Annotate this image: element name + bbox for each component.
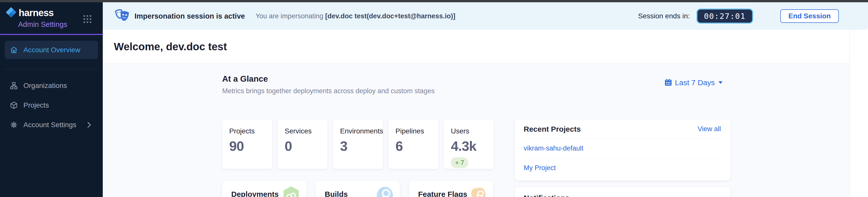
chevron-right-icon	[87, 122, 91, 128]
end-session-button[interactable]: End Session	[780, 9, 839, 23]
stat-card-pipelines: Pipelines 6	[389, 120, 438, 169]
users-delta-badge: + 7	[451, 157, 468, 168]
sidebar-item-projects[interactable]: Projects	[5, 95, 98, 115]
sidebar-item-label: Projects	[24, 101, 49, 109]
caret-down-icon	[718, 80, 723, 85]
sidebar-item-account-settings[interactable]: Account Settings	[5, 115, 98, 135]
notifications-panel: Notifications	[515, 187, 730, 197]
calendar-icon	[664, 78, 672, 87]
metrics-column: Projects 90 Services 0 Environments 3	[222, 120, 494, 197]
sidebar-item-label: Account Overview	[24, 46, 80, 54]
window-top-strip	[0, 0, 868, 2]
session-ends-label: Session ends in:	[638, 12, 690, 20]
module-label: Deployments	[231, 190, 279, 197]
feature-flags-icon	[470, 186, 487, 197]
dashboard-columns: Projects 90 Services 0 Environments 3	[222, 120, 730, 197]
stat-value: 3	[340, 138, 378, 154]
page-body: At a Glance Metrics brings together depl…	[103, 64, 849, 197]
harness-logo-icon	[5, 6, 17, 19]
project-link-vikram-sahu-default[interactable]: vikram-sahu-default	[524, 145, 583, 152]
stat-card-environments: Environments 3	[333, 120, 383, 169]
date-range-selector[interactable]: Last 7 Days	[664, 78, 723, 87]
section-subtitle: Metrics brings together deployments acro…	[222, 87, 434, 95]
stat-value: 4.3k	[451, 138, 489, 154]
scrollbar-gutter[interactable]	[849, 30, 868, 197]
session-timer: 00:27:01	[696, 8, 753, 24]
sidebar-item-label: Account Settings	[24, 121, 76, 129]
stat-value: 6	[396, 138, 433, 154]
logo-wordmark: harness	[19, 7, 54, 18]
module-card-builds[interactable]: Builds	[316, 181, 400, 197]
panel-title: Notifications	[524, 194, 569, 197]
module-grid-icon[interactable]	[83, 14, 92, 25]
home-icon	[10, 46, 18, 54]
dashboard: At a Glance Metrics brings together depl…	[222, 74, 730, 197]
impersonation-banner: Impersonation session is active You are …	[103, 2, 868, 30]
panel-title: Recent Projects	[524, 125, 581, 133]
builds-icon	[376, 186, 394, 197]
theater-masks-icon	[114, 8, 131, 24]
sidebar-header: harness Admin Settings	[0, 2, 103, 35]
impersonating-prefix: You are impersonating	[255, 12, 323, 20]
sidebar-item-account-overview[interactable]: Account Overview	[5, 41, 98, 59]
recent-projects-header: Recent Projects View all	[524, 120, 721, 139]
module-card-feature-flags[interactable]: Feature Flags	[409, 181, 493, 197]
banner-title: Impersonation session is active	[134, 12, 245, 21]
list-item: vikram-sahu-default	[524, 139, 721, 158]
banner-impersonating-text: You are impersonating [dev.doc test(dev.…	[255, 12, 455, 20]
stat-card-services: Services 0	[278, 120, 328, 169]
at-a-glance-titles: At a Glance Metrics brings together depl…	[222, 74, 434, 95]
stat-label: Users	[451, 127, 489, 135]
welcome-header: Welcome, dev.doc test	[103, 30, 849, 64]
list-item: My Project	[524, 158, 721, 178]
org-chart-icon	[10, 82, 18, 90]
sidebar-nav-list: Organizations Projects	[5, 76, 98, 135]
stat-label: Pipelines	[396, 127, 433, 135]
sidebar-item-label: Organizations	[24, 82, 67, 90]
sidebar: harness Admin Settings	[0, 2, 103, 197]
view-all-link[interactable]: View all	[698, 125, 721, 133]
stat-cards-row: Projects 90 Services 0 Environments 3	[222, 120, 494, 169]
page-title: Welcome, dev.doc test	[114, 41, 227, 53]
cube-icon	[10, 101, 18, 109]
stat-label: Environments	[340, 127, 378, 135]
deployments-icon	[282, 186, 300, 197]
module-cards-row: Deployments	[222, 181, 494, 197]
sidebar-nav: Account Overview Organizations	[0, 35, 103, 135]
project-link-my-project[interactable]: My Project	[524, 164, 556, 172]
module-label: Builds	[325, 190, 348, 197]
at-a-glance-header: At a Glance Metrics brings together depl…	[222, 74, 730, 95]
stat-value: 90	[229, 138, 267, 154]
impersonating-target: [dev.doc test(dev.doc+test@harness.io)]	[325, 12, 456, 20]
stat-label: Projects	[229, 127, 267, 135]
side-panels-column: Recent Projects View all vikram-sahu-def…	[515, 120, 730, 197]
stat-card-users: Users 4.3k + 7	[444, 120, 494, 169]
stat-card-projects: Projects 90	[222, 120, 272, 169]
stat-value: 0	[285, 138, 322, 154]
sidebar-item-organizations[interactable]: Organizations	[5, 76, 98, 95]
recent-projects-panel: Recent Projects View all vikram-sahu-def…	[515, 120, 730, 181]
section-title: At a Glance	[222, 74, 434, 84]
date-range-label: Last 7 Days	[675, 78, 715, 87]
module-card-deployments[interactable]: Deployments	[222, 181, 306, 197]
gear-icon	[10, 121, 18, 129]
stat-label: Services	[285, 127, 322, 135]
app-window: harness Admin Settings	[0, 0, 868, 197]
module-label: Feature Flags	[418, 190, 467, 197]
banner-session-controls: Session ends in: 00:27:01 End Session	[638, 8, 839, 24]
